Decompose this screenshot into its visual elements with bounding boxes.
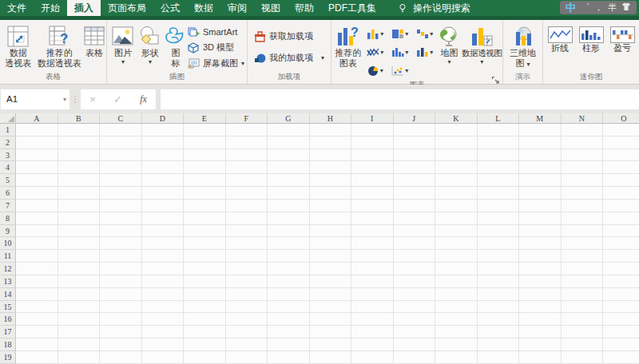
cell-O8[interactable]: [603, 212, 639, 225]
cell-M15[interactable]: [519, 301, 562, 314]
column-header-A[interactable]: A: [16, 113, 58, 123]
cell-C17[interactable]: [100, 326, 142, 338]
column-header-G[interactable]: G: [268, 113, 310, 123]
cell-D19[interactable]: [142, 351, 185, 364]
cell-H9[interactable]: [310, 225, 352, 238]
insert-waterfall-chart-button[interactable]: ▾: [412, 25, 437, 43]
cell-A9[interactable]: [16, 225, 58, 238]
cell-K6[interactable]: [435, 187, 478, 200]
cell-F15[interactable]: [226, 301, 268, 314]
cell-E19[interactable]: [184, 351, 226, 364]
row-header-1[interactable]: 1: [0, 124, 16, 136]
cell-D16[interactable]: [142, 313, 185, 326]
cell-N9[interactable]: [562, 225, 604, 238]
row-header-8[interactable]: 8: [0, 212, 16, 225]
cell-I4[interactable]: [351, 161, 394, 174]
cell-I2[interactable]: [351, 136, 394, 149]
cell-G13[interactable]: [268, 275, 310, 288]
sparkline-line-button[interactable]: 折线: [546, 25, 575, 53]
cell-O6[interactable]: [603, 187, 639, 200]
cell-E9[interactable]: [184, 225, 226, 238]
row-header-9[interactable]: 9: [0, 225, 16, 238]
cell-N10[interactable]: [562, 237, 604, 250]
cell-O15[interactable]: [603, 301, 639, 314]
cell-K18[interactable]: [435, 338, 478, 351]
row-header-16[interactable]: 16: [0, 313, 16, 326]
cell-K16[interactable]: [435, 313, 478, 326]
cell-N1[interactable]: [562, 124, 604, 136]
cell-E13[interactable]: [184, 275, 226, 288]
cell-G11[interactable]: [268, 250, 310, 263]
cell-C11[interactable]: [100, 250, 142, 263]
cell-B11[interactable]: [58, 250, 101, 263]
cell-N17[interactable]: [562, 326, 604, 338]
cell-H13[interactable]: [310, 275, 352, 288]
cell-J9[interactable]: [394, 225, 436, 238]
cell-G14[interactable]: [268, 288, 310, 301]
insert-statistic-chart-button[interactable]: ▾: [387, 43, 412, 61]
cell-A16[interactable]: [16, 313, 58, 326]
smartart-button[interactable]: SmartArt: [188, 26, 244, 38]
cell-J10[interactable]: [394, 237, 436, 250]
cell-A13[interactable]: [16, 275, 58, 288]
cell-J19[interactable]: [394, 351, 436, 364]
cell-O13[interactable]: [603, 275, 639, 288]
cell-H4[interactable]: [310, 161, 352, 174]
cell-D6[interactable]: [142, 187, 185, 200]
cell-B19[interactable]: [58, 351, 101, 364]
cell-O7[interactable]: [603, 200, 639, 212]
cell-I11[interactable]: [351, 250, 394, 263]
cell-H17[interactable]: [310, 326, 352, 338]
cell-N7[interactable]: [562, 200, 604, 212]
name-box-dropdown-icon[interactable]: ▾: [63, 96, 66, 103]
cell-E2[interactable]: [184, 136, 226, 149]
cell-D12[interactable]: [142, 263, 185, 275]
cell-C18[interactable]: [100, 338, 142, 351]
cell-N14[interactable]: [562, 288, 604, 301]
column-header-C[interactable]: C: [100, 113, 142, 123]
cell-D18[interactable]: [142, 338, 185, 351]
cell-C2[interactable]: [100, 136, 142, 149]
cell-C13[interactable]: [100, 275, 142, 288]
cell-B14[interactable]: [58, 288, 101, 301]
select-all-button[interactable]: [0, 113, 16, 123]
row-header-13[interactable]: 13: [0, 275, 16, 288]
cell-D13[interactable]: [142, 275, 185, 288]
cell-A15[interactable]: [16, 301, 58, 314]
cell-J1[interactable]: [394, 124, 436, 136]
cell-A1[interactable]: [16, 124, 58, 136]
cell-K2[interactable]: [435, 136, 478, 149]
cell-I8[interactable]: [351, 212, 394, 225]
formula-bar-divider[interactable]: ⋮: [69, 94, 81, 105]
cell-K3[interactable]: [435, 149, 478, 162]
cell-M1[interactable]: [519, 124, 562, 136]
cell-D3[interactable]: [142, 149, 185, 162]
cell-L19[interactable]: [478, 351, 520, 364]
get-addins-button[interactable]: 获取加载项: [254, 30, 324, 42]
cell-L5[interactable]: [478, 174, 520, 187]
cell-E7[interactable]: [184, 200, 226, 212]
cell-H12[interactable]: [310, 263, 352, 275]
cell-E8[interactable]: [184, 212, 226, 225]
row-header-17[interactable]: 17: [0, 326, 16, 338]
column-header-J[interactable]: J: [394, 113, 436, 123]
cell-I16[interactable]: [351, 313, 394, 326]
cell-A10[interactable]: [16, 237, 58, 250]
cell-B3[interactable]: [58, 149, 101, 162]
cell-N15[interactable]: [562, 301, 604, 314]
cell-B18[interactable]: [58, 338, 101, 351]
cell-L4[interactable]: [478, 161, 520, 174]
cell-L15[interactable]: [478, 301, 520, 314]
cell-K17[interactable]: [435, 326, 478, 338]
cell-G12[interactable]: [268, 263, 310, 275]
cell-I14[interactable]: [351, 288, 394, 301]
cell-J13[interactable]: [394, 275, 436, 288]
cell-N5[interactable]: [562, 174, 604, 187]
cell-A3[interactable]: [16, 149, 58, 162]
maps-button[interactable]: 地图 ▾: [437, 22, 461, 65]
ime-fullwidth-punct-icon[interactable]: ゜: [581, 2, 589, 14]
cell-A5[interactable]: [16, 174, 58, 187]
insert-hierarchy-chart-button[interactable]: ▾: [387, 25, 412, 43]
cell-H10[interactable]: [310, 237, 352, 250]
cell-H16[interactable]: [310, 313, 352, 326]
